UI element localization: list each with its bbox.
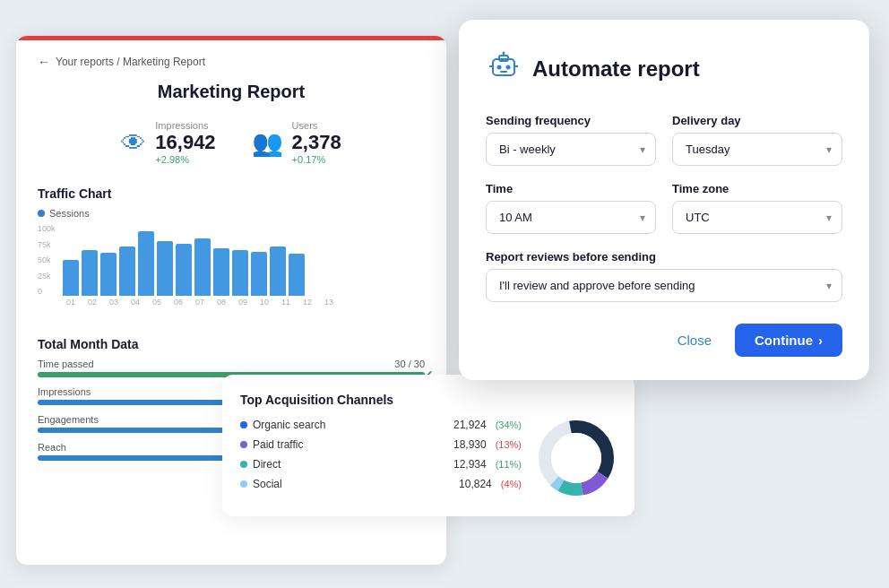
back-arrow-icon[interactable]: ← bbox=[38, 55, 50, 69]
sending-frequency-select[interactable]: Bi - weekly Daily Weekly Monthly bbox=[486, 133, 656, 166]
sending-frequency-group: Sending frequency Bi - weekly Daily Week… bbox=[486, 114, 656, 166]
timezone-group: Time zone UTC EST PST CET ▾ bbox=[672, 182, 842, 234]
chart-bar-01 bbox=[63, 260, 79, 296]
x-label-04: 04 bbox=[127, 298, 143, 307]
metric-users: 👥 Users 2,378 +0.17% bbox=[252, 120, 341, 165]
x-label-01: 01 bbox=[63, 298, 79, 307]
chart-bar-07 bbox=[176, 244, 192, 296]
acq-pct-3: (4%) bbox=[501, 479, 522, 489]
acq-pct-2: (11%) bbox=[496, 459, 522, 470]
report-reviews-label: Report reviews before sending bbox=[486, 250, 842, 264]
acq-value-3: 10,824 bbox=[459, 478, 492, 490]
x-label-07: 07 bbox=[192, 298, 208, 307]
close-button[interactable]: Close bbox=[667, 325, 722, 355]
total-month-title: Total Month Data bbox=[38, 337, 425, 351]
chart-bar-13 bbox=[289, 254, 305, 296]
chart-bar-10 bbox=[232, 250, 248, 296]
time-select-wrapper[interactable]: 10 AM 8 AM 9 AM 11 AM 12 PM ▾ bbox=[486, 201, 656, 234]
sending-frequency-select-wrapper[interactable]: Bi - weekly Daily Weekly Monthly ▾ bbox=[486, 133, 656, 166]
chart-y-labels: 100k 75k 50k 25k 0 bbox=[38, 224, 56, 296]
impressions-change: +2.98% bbox=[155, 154, 215, 165]
x-label-12: 12 bbox=[299, 298, 315, 307]
timezone-label: Time zone bbox=[672, 182, 842, 195]
modal-header: Automate report bbox=[486, 47, 842, 91]
automate-report-modal: Automate report Sending frequency Bi - w… bbox=[459, 20, 869, 380]
acq-value-2: 12,934 bbox=[453, 458, 487, 471]
month-row-label-2: Engagements bbox=[38, 414, 99, 425]
impressions-value: 16,942 bbox=[155, 131, 215, 154]
chart-bar-11 bbox=[251, 252, 267, 296]
acquisition-body: Organic search 21,924 (34%) Paid traffic… bbox=[240, 418, 617, 498]
impressions-label: Impressions bbox=[155, 120, 215, 131]
acq-dot-0 bbox=[240, 421, 247, 428]
acq-name-0: Organic search bbox=[253, 419, 448, 431]
chart-x-labels: 01020304050607080910111213 bbox=[63, 298, 425, 307]
report-reviews-select-wrapper[interactable]: I'll review and approve before sending S… bbox=[486, 269, 842, 302]
acq-row-1: Paid traffic 18,930 (13%) bbox=[240, 438, 522, 451]
x-label-09: 09 bbox=[235, 298, 251, 307]
svg-point-10 bbox=[497, 65, 502, 70]
time-label: Time bbox=[486, 182, 656, 195]
users-icon: 👥 bbox=[252, 128, 283, 158]
acq-dot-3 bbox=[240, 480, 247, 488]
sessions-legend: Sessions bbox=[38, 208, 425, 219]
users-value: 2,378 bbox=[292, 131, 341, 154]
month-row-label-3: Reach bbox=[38, 442, 66, 453]
chart-bar-08 bbox=[194, 238, 211, 296]
x-label-13: 13 bbox=[321, 298, 337, 307]
bars-container bbox=[63, 224, 425, 296]
users-label: Users bbox=[292, 120, 341, 131]
chart-bar-12 bbox=[270, 246, 286, 296]
acq-name-1: Paid traffic bbox=[253, 438, 448, 451]
traffic-chart-title: Traffic Chart bbox=[38, 186, 425, 201]
acquisition-card: Top Acquisition Channels Organic search … bbox=[222, 375, 634, 516]
sending-frequency-label: Sending frequency bbox=[486, 114, 656, 127]
timezone-select[interactable]: UTC EST PST CET bbox=[672, 201, 842, 234]
acquisition-list: Organic search 21,924 (34%) Paid traffic… bbox=[240, 419, 522, 497]
x-label-06: 06 bbox=[170, 298, 186, 307]
month-row-value-0: 30 / 30 bbox=[394, 359, 425, 369]
modal-title: Automate report bbox=[532, 56, 700, 82]
chart-bar-06 bbox=[157, 241, 173, 296]
delivery-day-select-wrapper[interactable]: Tuesday Monday Wednesday Thursday Friday… bbox=[672, 133, 842, 166]
timezone-select-wrapper[interactable]: UTC EST PST CET ▾ bbox=[672, 201, 842, 234]
continue-button[interactable]: Continue › bbox=[735, 324, 842, 357]
delivery-day-label: Delivery day bbox=[672, 114, 842, 127]
traffic-chart-area: 100k 75k 50k 25k 0 010203040506070809101… bbox=[38, 224, 425, 323]
metric-impressions: 👁 Impressions 16,942 +2.98% bbox=[121, 120, 215, 165]
acq-pct-0: (34%) bbox=[496, 419, 522, 430]
report-reviews-select[interactable]: I'll review and approve before sending S… bbox=[486, 269, 842, 302]
users-change: +0.17% bbox=[292, 154, 341, 165]
svg-point-11 bbox=[506, 65, 511, 70]
svg-point-9 bbox=[503, 52, 505, 55]
acq-dot-2 bbox=[240, 461, 247, 468]
modal-footer: Close Continue › bbox=[486, 324, 842, 357]
acq-row-2: Direct 12,934 (11%) bbox=[240, 458, 522, 471]
chart-bar-09 bbox=[213, 248, 229, 296]
acq-value-1: 18,930 bbox=[453, 438, 487, 451]
delivery-day-select[interactable]: Tuesday Monday Wednesday Thursday Friday bbox=[672, 133, 842, 166]
sessions-legend-dot bbox=[38, 210, 45, 217]
month-row-label-1: Impressions bbox=[38, 386, 91, 397]
month-row-label-0: Time passed bbox=[38, 359, 94, 369]
robot-icon bbox=[486, 47, 522, 91]
x-label-10: 10 bbox=[256, 298, 272, 307]
chart-bar-03 bbox=[100, 253, 117, 296]
x-label-05: 05 bbox=[149, 298, 165, 307]
time-select[interactable]: 10 AM 8 AM 9 AM 11 AM 12 PM bbox=[486, 201, 656, 234]
time-group: Time 10 AM 8 AM 9 AM 11 AM 12 PM ▾ bbox=[486, 182, 656, 234]
delivery-day-group: Delivery day Tuesday Monday Wednesday Th… bbox=[672, 114, 842, 166]
sessions-legend-text: Sessions bbox=[49, 208, 90, 219]
x-label-08: 08 bbox=[213, 298, 229, 307]
acq-name-3: Social bbox=[253, 478, 453, 490]
breadcrumb-text: Your reports / Marketing Report bbox=[56, 56, 205, 68]
chart-bar-04 bbox=[119, 246, 135, 296]
x-label-03: 03 bbox=[106, 298, 122, 307]
acq-dot-1 bbox=[240, 441, 247, 448]
acq-pct-1: (13%) bbox=[496, 439, 522, 450]
acq-name-2: Direct bbox=[253, 458, 448, 471]
report-reviews-group: Report reviews before sending I'll revie… bbox=[486, 250, 842, 302]
metrics-row: 👁 Impressions 16,942 +2.98% 👥 Users 2,37… bbox=[38, 120, 425, 165]
chart-bar-05 bbox=[138, 231, 154, 296]
acquisition-title: Top Acquisition Channels bbox=[240, 393, 617, 407]
